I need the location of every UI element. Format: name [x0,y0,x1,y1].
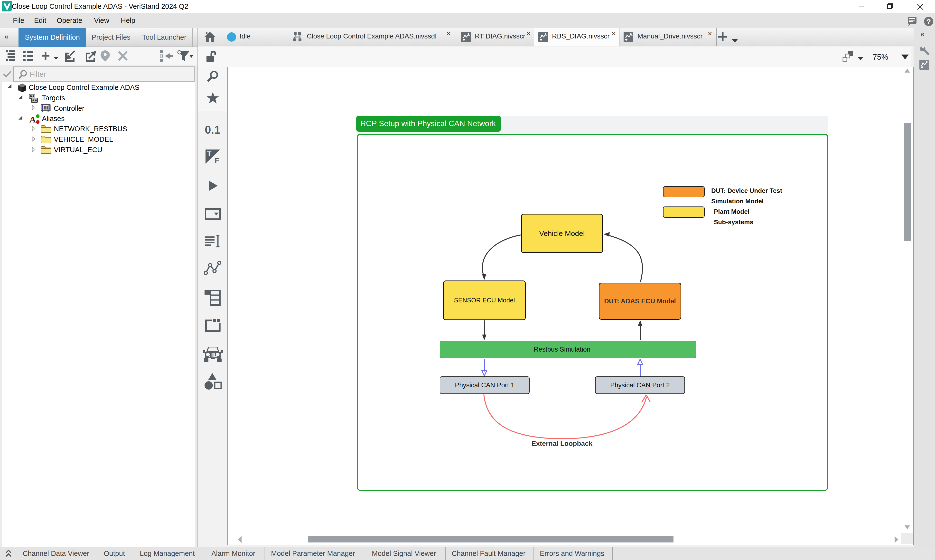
svg-text:?: ? [926,17,931,26]
svg-text:F: F [215,157,219,164]
svg-text:T: T [207,150,211,158]
svg-text:A: A [29,115,36,124]
